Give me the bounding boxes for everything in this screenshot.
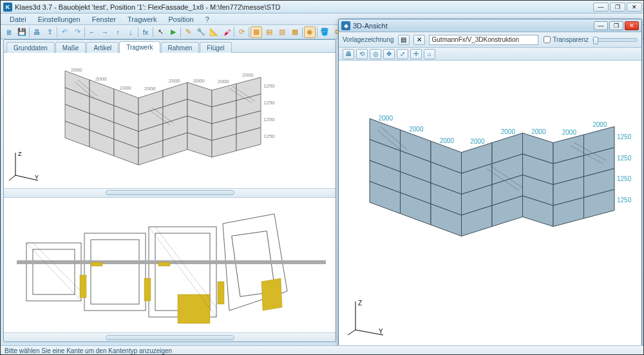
svg-text:1250: 1250 bbox=[263, 83, 275, 89]
tab-strip: GrunddatenMaßeArtikelTragwerkRahmenFlüge… bbox=[4, 40, 336, 53]
toolbar-bucket-icon[interactable]: 🪣 bbox=[319, 26, 330, 38]
toolbar-separator bbox=[302, 27, 303, 37]
view3d-pan-icon[interactable]: ✥ bbox=[383, 49, 395, 59]
toolbar-grid3-icon[interactable]: ▥ bbox=[276, 26, 288, 38]
svg-line-52 bbox=[9, 175, 15, 180]
tab-maße[interactable]: Maße bbox=[55, 42, 86, 53]
toolbar-save-icon[interactable]: 💾 bbox=[16, 26, 28, 38]
child-close-button[interactable]: ✕ bbox=[625, 21, 639, 30]
menu-datei[interactable]: Datei bbox=[5, 15, 32, 24]
svg-marker-64 bbox=[178, 294, 210, 323]
tab-rahmen[interactable]: Rahmen bbox=[161, 42, 200, 53]
toolbar-ruler-icon[interactable]: 📐 bbox=[208, 26, 220, 38]
svg-text:2000: 2000 bbox=[218, 79, 229, 84]
svg-text:2000: 2000 bbox=[379, 115, 393, 122]
toolbar-play-icon[interactable]: ▶ bbox=[167, 26, 179, 38]
toolbar-grid4-icon[interactable]: ▩ bbox=[289, 26, 301, 38]
toolbar-paint-icon[interactable]: 🖌 bbox=[221, 26, 232, 38]
client-area: GrunddatenMaßeArtikelTragwerkRahmenFlüge… bbox=[3, 39, 336, 342]
main-titlebar: K Klaes3d 3.7 - Bauobjekt 'test', Positi… bbox=[1, 1, 644, 14]
toolbar-separator bbox=[153, 27, 153, 37]
tab-flügel[interactable]: Flügel bbox=[200, 42, 231, 53]
panel-profile-section[interactable] bbox=[4, 198, 336, 342]
toolbar-separator bbox=[84, 27, 85, 37]
toolbar-arrow-l-icon[interactable]: ← bbox=[86, 26, 98, 38]
svg-line-125 bbox=[348, 330, 355, 335]
window-title: Klaes3d 3.7 - Bauobjekt 'test', Position… bbox=[15, 3, 593, 11]
transparency-label: Transparenz bbox=[553, 36, 589, 43]
svg-text:2000: 2000 bbox=[169, 78, 180, 84]
toolbar-doc-icon[interactable]: 🗎 bbox=[3, 26, 15, 38]
toolbar-grid1-icon[interactable]: ▦ bbox=[251, 26, 262, 38]
maximize-button[interactable]: ❐ bbox=[610, 3, 625, 12]
svg-text:1250: 1250 bbox=[617, 133, 632, 140]
svg-text:2000: 2000 bbox=[144, 86, 156, 91]
hscroll-top[interactable] bbox=[4, 188, 336, 197]
close-button[interactable]: ✕ bbox=[627, 3, 642, 12]
toolbar-view3d-icon[interactable]: ◉ bbox=[304, 26, 316, 38]
axes-indicator-3d: Z Y bbox=[348, 298, 386, 338]
toolbar-arrow-r-icon[interactable]: → bbox=[99, 26, 111, 38]
svg-text:2000: 2000 bbox=[562, 129, 577, 136]
axis-z-label: Z bbox=[358, 300, 362, 307]
template-path-field[interactable]: GutmannFx/V_3DKonstruktion bbox=[429, 35, 538, 45]
svg-line-69 bbox=[26, 243, 81, 301]
axis-z-label: Z bbox=[18, 151, 22, 157]
menu-einstellungen[interactable]: Einstellungen bbox=[33, 15, 86, 24]
child-3d-view[interactable]: 2000200020002000200020002000200012501250… bbox=[339, 61, 641, 347]
toolbar-export-icon[interactable]: ⇪ bbox=[44, 26, 55, 38]
view3d-fit-icon[interactable]: ⤢ bbox=[397, 49, 408, 59]
toolbar-print-icon[interactable]: 🖶 bbox=[31, 26, 43, 38]
svg-text:1250: 1250 bbox=[617, 155, 632, 162]
profile-svg bbox=[4, 198, 336, 340]
child-titlebar: ◆ 3D-Ansicht — ❐ ✕ bbox=[339, 19, 641, 32]
child-minimize-button[interactable]: — bbox=[594, 21, 608, 30]
template-pick-button[interactable]: ▤ bbox=[398, 35, 410, 45]
toolbar-cursor-icon[interactable]: ↖ bbox=[155, 26, 166, 38]
svg-line-70 bbox=[33, 243, 81, 291]
view3d-print-icon[interactable]: 🖶 bbox=[343, 49, 354, 59]
menu-tragwerk[interactable]: Tragwerk bbox=[122, 15, 162, 24]
toolbar-grid2-icon[interactable]: ▤ bbox=[263, 26, 275, 38]
template-clear-button[interactable]: ✕ bbox=[413, 35, 425, 45]
toolbar-refresh-icon[interactable]: ⟳ bbox=[236, 26, 247, 38]
svg-text:2000: 2000 bbox=[71, 67, 82, 73]
toolbar-separator bbox=[29, 27, 30, 37]
toolbar-pencil-icon[interactable]: ✎ bbox=[182, 26, 194, 38]
view3d-orbit-icon[interactable]: ◎ bbox=[370, 49, 381, 59]
transparency-check-input[interactable] bbox=[544, 36, 551, 43]
svg-text:2000: 2000 bbox=[470, 138, 485, 145]
svg-text:1250: 1250 bbox=[263, 100, 275, 106]
view3d-home-icon[interactable]: ⌂ bbox=[424, 49, 435, 59]
child-app-icon: ◆ bbox=[341, 21, 350, 30]
toolbar-separator bbox=[180, 27, 181, 37]
view3d-rotate-icon[interactable]: ⟲ bbox=[356, 49, 368, 59]
panel-facade-2d[interactable]: 2000200020002000200020002000200012501250… bbox=[4, 53, 336, 198]
tab-tragwerk[interactable]: Tragwerk bbox=[119, 41, 160, 53]
app-icon: K bbox=[3, 3, 12, 12]
toolbar-separator bbox=[249, 27, 249, 37]
hscroll-bottom[interactable] bbox=[4, 332, 336, 341]
minimize-button[interactable]: — bbox=[593, 3, 609, 12]
menu-fenster[interactable]: Fenster bbox=[87, 15, 121, 24]
transparency-checkbox[interactable]: Transparenz bbox=[544, 36, 589, 43]
child-maximize-button[interactable]: ❐ bbox=[609, 21, 623, 30]
svg-rect-62 bbox=[80, 275, 86, 298]
toolbar-undo-icon[interactable]: ↶ bbox=[59, 26, 70, 38]
tab-artikel[interactable]: Artikel bbox=[86, 42, 118, 53]
template-label: Vorlagezeichnung bbox=[343, 36, 394, 43]
toolbar-fx-icon[interactable]: fx bbox=[140, 26, 151, 38]
toolbar-wrench-icon[interactable]: 🔧 bbox=[195, 26, 207, 38]
toolbar-separator bbox=[138, 27, 138, 37]
toolbar-redo-icon[interactable]: ↷ bbox=[71, 26, 83, 38]
svg-text:2000: 2000 bbox=[440, 137, 455, 144]
svg-text:2000: 2000 bbox=[193, 78, 205, 84]
toolbar-arrow-u-icon[interactable]: ↑ bbox=[112, 26, 124, 38]
menu-position[interactable]: Position bbox=[163, 15, 198, 24]
toolbar-arrow-d-icon[interactable]: ↓ bbox=[125, 26, 137, 38]
tab-grunddaten[interactable]: Grunddaten bbox=[6, 42, 55, 53]
menu-?[interactable]: ? bbox=[200, 15, 214, 24]
svg-text:2000: 2000 bbox=[95, 76, 107, 82]
view3d-axis-icon[interactable]: ✛ bbox=[410, 49, 422, 59]
transparency-slider[interactable] bbox=[592, 38, 638, 42]
